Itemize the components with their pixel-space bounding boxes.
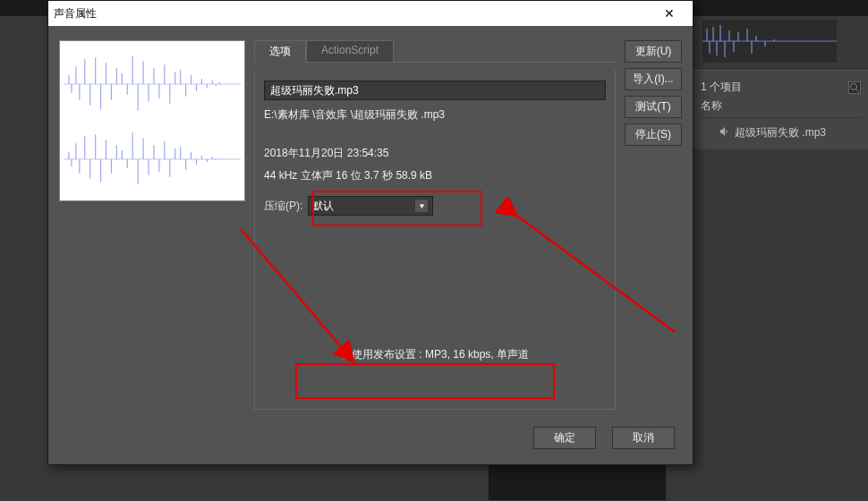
stop-button[interactable]: 停止(S) bbox=[625, 123, 682, 146]
project-row: 1 个项目 bbox=[701, 80, 861, 95]
right-buttons: 更新(U) 导入(I)... 测试(T) 停止(S) bbox=[625, 40, 682, 405]
svg-line-2 bbox=[856, 89, 859, 92]
waveform-preview bbox=[59, 40, 245, 201]
titlebar: 声音属性 ✕ bbox=[48, 1, 693, 26]
update-button[interactable]: 更新(U) bbox=[625, 40, 682, 63]
project-count: 1 个项目 bbox=[701, 80, 742, 95]
sound-properties-dialog: 声音属性 ✕ bbox=[47, 0, 694, 465]
col-name: 名称 bbox=[701, 98, 722, 114]
dialog-title: 声音属性 bbox=[54, 6, 97, 21]
publish-settings-text: 将使用发布设置 : MP3, 16 kbps, 单声道 bbox=[264, 347, 606, 362]
waveform-channel-right bbox=[64, 123, 241, 195]
audioinfo-text: 44 kHz 立体声 16 位 3.7 秒 58.9 kB bbox=[264, 168, 606, 183]
ok-button[interactable]: 确定 bbox=[533, 427, 596, 449]
sound-icon bbox=[719, 126, 729, 140]
close-icon: ✕ bbox=[664, 6, 675, 21]
tab-content: E:\素材库 \音效库 \超级玛丽失败 .mp3 2018年11月20日 23:… bbox=[254, 70, 616, 410]
search-icon[interactable] bbox=[848, 81, 861, 94]
item-label: 超级玛丽失败 .mp3 bbox=[735, 125, 826, 140]
chevron-down-icon: ▼ bbox=[414, 199, 429, 213]
tab-bar: 选项 ActionScript bbox=[254, 40, 616, 63]
dialog-footer: 确定 取消 bbox=[48, 420, 693, 456]
svg-point-1 bbox=[851, 83, 857, 89]
filename-input[interactable] bbox=[264, 81, 606, 100]
library-panel: 1 个项目 名称 超级玛丽失败 .mp3 bbox=[694, 70, 868, 149]
datetime-text: 2018年11月20日 23:54:35 bbox=[264, 146, 606, 161]
library-item[interactable]: 超级玛丽失败 .mp3 bbox=[701, 122, 861, 144]
compression-row: 压缩(P): 默认 ▼ bbox=[264, 196, 606, 216]
compression-label: 压缩(P): bbox=[264, 199, 302, 214]
close-button[interactable]: ✕ bbox=[651, 1, 687, 26]
compression-value: 默认 bbox=[312, 199, 334, 214]
filepath-text: E:\素材库 \音效库 \超级玛丽失败 .mp3 bbox=[264, 107, 606, 123]
options-panel: 选项 ActionScript E:\素材库 \音效库 \超级玛丽失败 .mp3… bbox=[254, 40, 616, 405]
cancel-button[interactable]: 取消 bbox=[612, 427, 675, 449]
compression-select[interactable]: 默认 ▼ bbox=[308, 196, 433, 216]
bg-waveform bbox=[702, 20, 837, 63]
test-button[interactable]: 测试(T) bbox=[625, 96, 682, 118]
column-header[interactable]: 名称 bbox=[701, 98, 861, 118]
import-button[interactable]: 导入(I)... bbox=[625, 68, 682, 90]
waveform-channel-left bbox=[64, 48, 241, 120]
tab-actionscript[interactable]: ActionScript bbox=[306, 40, 394, 62]
tab-options[interactable]: 选项 bbox=[254, 40, 306, 63]
